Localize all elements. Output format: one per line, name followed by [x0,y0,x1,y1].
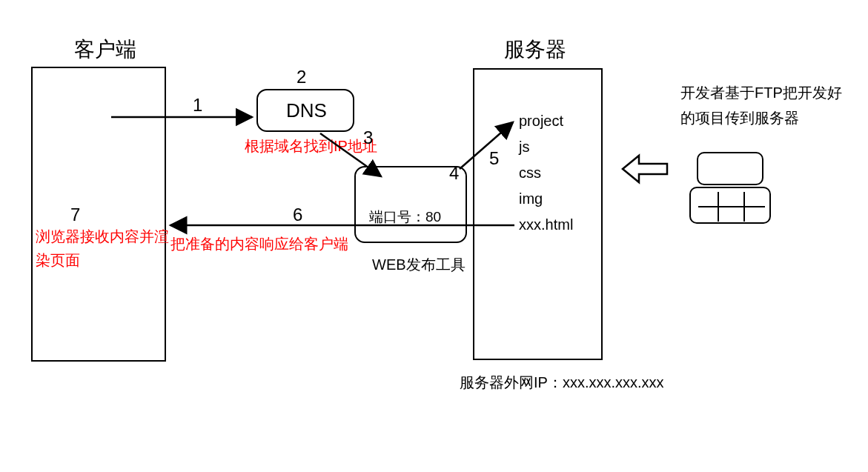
svg-line-5 [460,122,513,169]
ftp-arrow-icon [623,156,667,182]
arrows-layer [0,0,868,472]
svg-line-4 [320,133,381,176]
